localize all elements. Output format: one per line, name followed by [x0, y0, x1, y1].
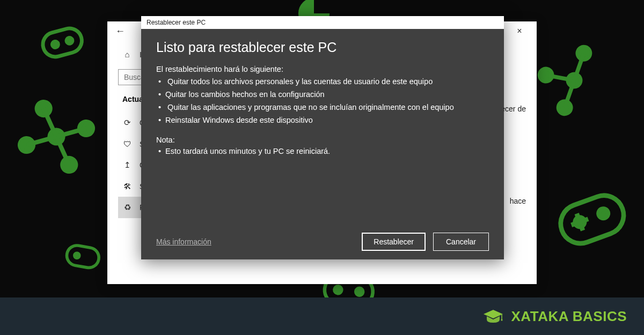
network-icon [3, 83, 109, 190]
brand-footer: XATAKA BASICS [0, 297, 644, 335]
dialog-intro-text: El restablecimiento hará lo siguiente: [156, 65, 489, 73]
controller-icon [55, 227, 111, 282]
list-item: Quitar los cambios hechos en la configur… [156, 88, 489, 101]
graduation-cap-icon [482, 309, 504, 324]
svg-rect-0 [40, 26, 85, 59]
dialog-heading: Listo para restablecer este PC [156, 40, 489, 55]
controller-icon [535, 159, 644, 269]
reset-pc-dialog: Restablecer este PC Listo para restablec… [141, 16, 504, 259]
svg-point-30 [501, 319, 502, 321]
svg-point-27 [334, 286, 342, 294]
dialog-titlebar: Restablecer este PC [141, 16, 504, 29]
brand-text: XATAKA BASICS [511, 308, 627, 325]
dialog-note-label: Nota: [156, 136, 489, 144]
dialog-action-list: Quitar todos los archivos personales y l… [156, 76, 489, 127]
sync-icon: ⟳ [122, 118, 132, 128]
list-item: Esto tardará unos minutos y tu PC se rei… [156, 145, 489, 158]
wrench-icon: 🛠 [122, 182, 132, 191]
shield-icon: 🛡 [122, 139, 132, 148]
svg-point-2 [66, 37, 73, 44]
svg-point-13 [74, 253, 79, 258]
window-close-button[interactable]: × [509, 26, 530, 36]
svg-point-28 [356, 288, 363, 295]
svg-point-1 [52, 41, 58, 48]
back-button[interactable]: ← [114, 26, 127, 37]
list-item: Quitar las aplicaciones y programas que … [156, 101, 489, 114]
list-item: Reinstalar Windows desde este dispositiv… [156, 114, 489, 127]
more-info-link[interactable]: Más información [156, 237, 211, 246]
cancel-button[interactable]: Cancelar [433, 233, 489, 251]
svg-point-23 [597, 207, 609, 219]
home-icon: ⌂ [122, 50, 132, 59]
upload-icon: ↥ [122, 160, 132, 170]
reset-button[interactable]: Restablecer [362, 233, 426, 251]
list-item: Quitar todos los archivos personales y l… [156, 76, 489, 88]
dialog-note-list: Esto tardará unos minutos y tu PC se rei… [156, 145, 489, 158]
recovery-icon: ♻ [122, 203, 132, 212]
svg-rect-12 [65, 244, 101, 269]
network-icon [523, 29, 625, 131]
svg-rect-21 [555, 190, 629, 249]
controller-icon [26, 4, 98, 77]
